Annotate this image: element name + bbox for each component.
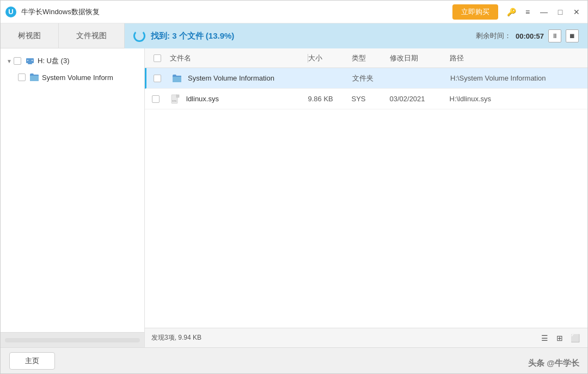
svg-text:SYS: SYS [172,100,176,102]
row-2-filename: ldlinux.sys [186,95,219,103]
drive-icon [24,56,35,66]
footer: 主页 [1,347,587,373]
svg-text:U: U [8,8,13,16]
row-2-path: H:\ldlinux.sys [450,95,584,103]
home-button[interactable]: 主页 [9,352,55,370]
titlebar: U 牛学长Windows数据恢复 立即购买 🔑 ≡ — □ ✕ [1,1,587,23]
bottom-info-text: 发现3项, 9.94 KB [151,333,538,342]
minimize-button[interactable]: — [537,5,550,19]
scan-status-bar: 找到: 3 个文件 (13.9%) 剩余时间： 00:00:57 ⏸ ⏹ [125,23,587,48]
file-list-area: 文件名 大小 类型 修改日期 路径 [145,48,587,347]
tree-node-system-volume[interactable]: System Volume Inform [14,69,144,85]
scan-spinner-icon [133,30,145,42]
tree-area: ▼ H: U盘 (3) [1,48,144,332]
row-checkbox-col-1 [151,75,167,82]
svg-rect-7 [173,77,181,82]
col-header-path: 路径 [450,53,583,63]
sidebar-scrollbar[interactable] [5,338,140,342]
grid-view-icon[interactable]: ⊞ [554,332,566,344]
row-2-type: SYS [352,95,390,103]
svg-rect-6 [30,76,39,81]
row-1-filename: System Volume Information [188,74,274,82]
tree-toggle-root[interactable]: ▼ [5,57,14,65]
tab-file-view[interactable]: 文件视图 [59,23,125,48]
scan-pause-button[interactable]: ⏸ [548,29,561,42]
col-header-type: 类型 [352,53,390,63]
main-content: ▼ H: U盘 (3) [1,48,587,347]
svg-rect-4 [27,60,28,61]
buy-button[interactable]: 立即购买 [452,4,498,20]
tree-node-root[interactable]: ▼ H: U盘 (3) [1,53,144,69]
app-title: 牛学长Windows数据恢复 [21,7,452,17]
scan-timer-label: 剩余时间： [476,31,511,41]
view-mode-icons: ☰ ⊞ ⬜ [538,332,581,344]
tabbar: 树视图 文件视图 找到: 3 个文件 (13.9%) 剩余时间： 00:00:5… [1,23,587,48]
tree-root-label: H: U盘 (3) [38,56,70,66]
row-1-name: System Volume Information [167,73,309,84]
list-view-icon[interactable]: ☰ [538,332,550,344]
row-2-size: 9.86 KB [308,95,352,103]
svg-rect-9 [176,95,179,97]
tree-checkbox-system-volume[interactable] [18,73,26,81]
app-logo: U [5,6,17,18]
sidebar: ▼ H: U盘 (3) [1,48,145,347]
main-window: U 牛学长Windows数据恢复 立即购买 🔑 ≡ — □ ✕ 树视图 文件视图… [0,0,588,374]
col-header-size: 大小 [308,53,352,63]
detail-view-icon[interactable]: ⬜ [569,332,581,344]
file-row-ldlinux[interactable]: SYS ldlinux.sys 9.86 KB SYS 03/02/2021 H… [145,89,587,109]
file-rows: System Volume Information 文件夹 H:\System … [145,68,587,328]
window-controls: 🔑 ≡ — □ ✕ [505,5,583,19]
row-1-folder-icon [171,73,182,84]
row-2-date: 03/02/2021 [390,95,450,103]
maximize-button[interactable]: □ [554,5,567,19]
tree-checkbox-root[interactable] [14,57,21,65]
file-list-header: 文件名 大小 类型 修改日期 路径 [145,48,587,68]
tree-child-area: System Volume Inform [1,69,144,85]
sidebar-bottom [1,332,144,347]
file-row-system-volume[interactable]: System Volume Information 文件夹 H:\System … [145,68,587,89]
header-select-all-checkbox[interactable] [154,54,161,62]
row-2-sys-icon: SYS [170,94,181,105]
row-1-checkbox[interactable] [154,75,161,82]
tab-tree-view[interactable]: 树视图 [1,23,59,48]
header-checkbox-col [149,54,166,62]
row-2-checkbox[interactable] [152,95,160,103]
row-checkbox-col-2 [149,95,166,103]
svg-rect-3 [28,63,32,64]
key-icon-button[interactable]: 🔑 [505,5,518,19]
row-1-path: H:\System Volume Information [450,74,583,82]
scan-timer-value: 00:00:57 [516,32,544,40]
row-1-type: 文件夹 [352,73,390,83]
col-header-name: 文件名 [166,53,308,63]
scan-status-text: 找到: 3 个文件 (13.9%) [151,31,234,41]
bottom-bar: 发现3项, 9.94 KB ☰ ⊞ ⬜ [145,328,587,347]
col-header-date: 修改日期 [390,53,450,63]
row-2-name: SYS ldlinux.sys [166,94,308,105]
svg-point-5 [32,60,33,61]
tree-system-volume-label: System Volume Inform [42,73,113,82]
scan-timer-area: 剩余时间： 00:00:57 ⏸ ⏹ [476,29,579,42]
folder-icon [29,72,40,83]
scan-stop-button[interactable]: ⏹ [566,29,579,42]
menu-icon-button[interactable]: ≡ [521,5,534,19]
close-button[interactable]: ✕ [570,5,583,19]
